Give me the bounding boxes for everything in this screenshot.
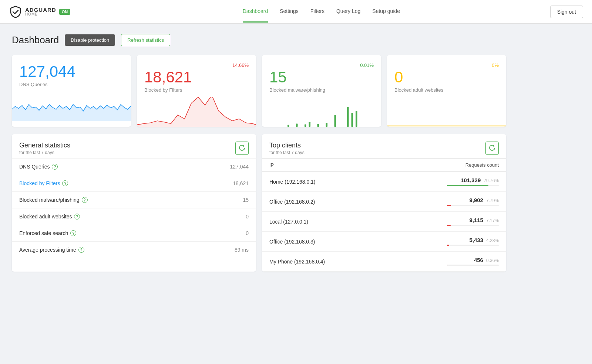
top-clients-title: Top clients <box>269 142 305 149</box>
stats-row-label: Enforced safe search ? <box>19 230 76 236</box>
stat-percent: 14.66% <box>232 62 249 68</box>
help-icon[interactable]: ? <box>82 197 88 203</box>
stat-chart-svg <box>387 97 506 127</box>
client-bar <box>447 205 451 206</box>
bottom-row: General statistics for the last 7 days D… <box>12 134 506 272</box>
help-icon[interactable]: ? <box>74 214 80 220</box>
client-count-row: 9,902 7.79% <box>469 197 499 203</box>
client-right: 9,902 7.79% <box>384 197 499 206</box>
refresh-icon <box>239 145 245 151</box>
top-clients-card: Top clients for the last 7 days IP Reque… <box>262 134 506 272</box>
svg-rect-7 <box>347 107 349 127</box>
client-bar-wrap <box>447 225 499 226</box>
general-stats-subtitle: for the last 7 days <box>19 150 70 155</box>
col-requests: Requests count <box>384 162 499 168</box>
nav-filters[interactable]: Filters <box>310 1 324 23</box>
main-content: Dashboard Disable protection Refresh sta… <box>0 24 518 282</box>
top-clients-subtitle: for the last 7 days <box>269 150 305 155</box>
brand-name: ADGUARD <box>25 7 56 13</box>
client-row: Home (192.168.0.1) 101,329 79.76% <box>262 172 506 192</box>
client-right: 5,433 4.28% <box>384 237 499 246</box>
nav-dashboard[interactable]: Dashboard <box>243 1 268 23</box>
stat-value: 0 <box>394 69 499 85</box>
client-count-row: 9,115 7.17% <box>469 217 499 223</box>
client-row: Local (127.0.0.1) 9,115 7.17% <box>262 212 506 232</box>
svg-rect-1 <box>296 123 298 127</box>
client-pct: 4.28% <box>486 238 499 243</box>
help-icon[interactable]: ? <box>70 230 76 236</box>
stat-chart-svg <box>262 97 381 127</box>
client-count: 101,329 <box>461 177 481 183</box>
stats-row-value: 18,621 <box>233 180 249 186</box>
client-count: 456 <box>474 257 483 263</box>
stat-card-header: 0% <box>394 62 499 68</box>
stats-row-value: 0 <box>246 214 249 220</box>
clients-rows: Home (192.168.0.1) 101,329 79.76% Office… <box>262 172 506 272</box>
client-right: 101,329 79.76% <box>384 177 499 186</box>
client-pct: 79.76% <box>484 178 499 183</box>
stat-card-header: 0.01% <box>269 62 374 68</box>
general-stats-title: General statistics <box>19 142 70 149</box>
client-count: 5,433 <box>469 237 483 243</box>
col-ip: IP <box>269 162 384 168</box>
help-icon[interactable]: ? <box>78 247 84 253</box>
stat-card-malware: 0.01% 15 Blocked malware/phishing <box>262 55 381 127</box>
help-icon[interactable]: ? <box>62 180 68 186</box>
svg-rect-4 <box>317 124 319 127</box>
stats-row-label: DNS Queries ? <box>19 164 58 170</box>
client-bar-wrap <box>447 265 499 266</box>
stats-row: Average processing time ? 89 ms <box>12 241 256 258</box>
stats-row: Enforced safe search ? 0 <box>12 225 256 241</box>
sign-out-button[interactable]: Sign out <box>550 6 583 18</box>
client-bar-wrap <box>447 205 499 206</box>
client-bar <box>447 225 451 226</box>
client-name: Office (192.168.0.2) <box>269 199 384 205</box>
stat-label: Blocked by Filters <box>144 87 249 93</box>
client-count-row: 101,329 79.76% <box>461 177 499 183</box>
stat-chart <box>387 97 506 127</box>
client-bar <box>447 245 449 246</box>
protection-badge: ON <box>59 9 71 15</box>
stats-row-label: Blocked by Filters ? <box>19 180 68 186</box>
nav-setup-guide[interactable]: Setup guide <box>372 1 400 23</box>
top-clients-refresh-button[interactable] <box>485 142 499 155</box>
stat-chart <box>12 92 131 127</box>
stat-chart-svg <box>137 97 256 127</box>
stat-card-header: 14.66% <box>144 62 249 68</box>
brand: ADGUARD HOME ON <box>9 5 70 18</box>
client-name: Local (127.0.0.1) <box>269 219 384 225</box>
clients-table: IP Requests count Home (192.168.0.1) 101… <box>262 158 506 272</box>
svg-rect-8 <box>352 113 353 127</box>
nav-query-log[interactable]: Query Log <box>336 1 360 23</box>
client-right: 456 0.36% <box>384 257 499 266</box>
stat-chart-svg <box>12 92 131 121</box>
stat-label: DNS Queries <box>19 82 124 87</box>
stats-row: Blocked malware/phishing ? 15 <box>12 191 256 208</box>
nav-links: Dashboard Settings Filters Query Log Set… <box>92 1 550 23</box>
brand-sub: HOME <box>25 13 56 16</box>
stats-table: DNS Queries ? 127,044 Blocked by Filters… <box>12 158 256 258</box>
stats-row-value: 0 <box>246 230 249 236</box>
client-bar <box>447 185 488 186</box>
brand-text: ADGUARD HOME <box>25 7 56 16</box>
client-row: Office (192.168.0.2) 9,902 7.79% <box>262 192 506 212</box>
svg-rect-5 <box>326 123 328 127</box>
stat-chart <box>262 97 381 127</box>
client-bar-wrap <box>447 245 499 246</box>
client-row: My Phone (192.168.0.4) 456 0.36% <box>262 252 506 272</box>
stats-row-label: Blocked malware/phishing ? <box>19 197 88 203</box>
refresh-statistics-button[interactable]: Refresh statistics <box>121 34 170 46</box>
nav-settings[interactable]: Settings <box>280 1 299 23</box>
general-stats-refresh-button[interactable] <box>235 142 249 155</box>
disable-protection-button[interactable]: Disable protection <box>65 34 115 46</box>
svg-rect-9 <box>356 111 357 127</box>
stats-row-label: Blocked adult websites ? <box>19 214 80 220</box>
stat-label: Blocked adult websites <box>394 87 499 93</box>
client-row: Office (192.168.0.3) 5,433 4.28% <box>262 232 506 252</box>
client-pct: 7.79% <box>486 198 499 203</box>
client-name: Office (192.168.0.3) <box>269 239 384 245</box>
stat-percent: 0.01% <box>360 62 374 68</box>
page-title: Dashboard <box>12 34 59 46</box>
stats-row-value: 127,044 <box>230 164 249 170</box>
help-icon[interactable]: ? <box>52 164 58 170</box>
